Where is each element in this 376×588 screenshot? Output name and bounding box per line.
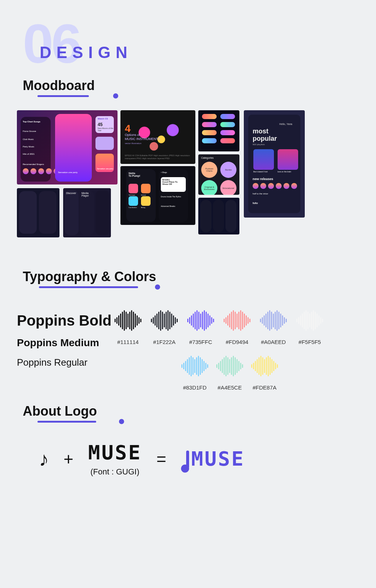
mood-tile-popular-app: Hello, Yana most popular 960 playlists l…: [244, 110, 305, 218]
label: Sensation one party: [97, 168, 113, 170]
waveform-icon: [187, 309, 214, 331]
label: lulu: [253, 201, 258, 205]
hex-label: #735FFC: [189, 339, 212, 345]
mood-tile-music-app: Top Chart Songs Fiona Groove Club Music …: [17, 110, 118, 184]
color-swatches-row2: #83D1FD#A4E5CE#FDE87A: [181, 355, 278, 391]
label: Recomended Singers: [23, 163, 44, 165]
category-chip: Podcast Charts: [201, 162, 217, 178]
label: 45: [98, 122, 102, 127]
label: new releases: [253, 177, 273, 181]
label: Watch CS: [98, 118, 108, 120]
label: Hello, Yana: [279, 123, 292, 125]
waveform-icon: [181, 355, 208, 377]
underline-accent: [39, 286, 138, 288]
label: Sensation one party: [58, 171, 77, 173]
hex-label: #A4E5CE: [218, 384, 242, 391]
waveform-icon: [296, 309, 323, 331]
label: Breaks. Good Place To Show Off: [162, 179, 184, 185]
label: Media Player: [82, 192, 94, 197]
label: Discover: [66, 192, 76, 194]
waveform-icon: [251, 355, 278, 377]
label: like it doesn't hurt: [253, 171, 268, 173]
mood-tile-dark-app-a: [17, 188, 59, 237]
section-title: DESIGN: [40, 43, 133, 62]
label: Fiona Groove: [23, 130, 36, 132]
hex-label: #FD9494: [226, 339, 249, 345]
label: Options ofMUSIC INSTRUMENTSvector illust…: [125, 133, 160, 145]
font-caption: (Font : GUGI): [90, 467, 139, 477]
color-swatch: #A0AEED: [260, 309, 287, 345]
mood-tile-triple-phones: [198, 198, 239, 234]
label: Party Music: [23, 146, 34, 148]
color-swatch: #A4E5CE: [216, 355, 243, 391]
color-swatch: #83D1FD: [181, 355, 208, 391]
music-note-icon: ♪: [39, 448, 49, 470]
mood-tile-categories: Categories Podcast Charts Stories Origin…: [198, 154, 239, 195]
hex-label: #1F222A: [153, 339, 176, 345]
logo-equation: ♪ + MUSE (Font : GUGI) = MUSE: [39, 441, 245, 477]
typography-title: Typography & Colors: [23, 269, 156, 284]
category-chip: Educational: [220, 180, 236, 195]
label: Internal: [141, 194, 146, 196]
label: most popular: [253, 128, 277, 143]
mood-tile-dark-app-b: Discover Media Player: [63, 188, 111, 237]
waveform-icon: [216, 355, 243, 377]
waveform-icon: [224, 309, 250, 331]
font-bold: Poppins Bold: [17, 312, 112, 329]
label: Drums Inside The Rythm: [161, 196, 181, 198]
equals-symbol: =: [156, 449, 166, 469]
color-swatches-row1: #111114#1F222A#735FFC#FD9494#A0AEED#F5F5…: [115, 309, 323, 345]
hex-label: #83D1FD: [183, 384, 206, 391]
waveform-icon: [115, 309, 141, 331]
moodboard-title: Moodboard: [23, 78, 95, 93]
label: Top Chart Songs: [23, 121, 40, 123]
label: < Blogs: [161, 171, 167, 173]
dot-accent: [113, 93, 118, 98]
underline-accent: [37, 95, 89, 97]
label: Club Music: [23, 138, 34, 140]
category-chip: Original & Exclusives: [201, 180, 217, 195]
label: EPS10 AI CS4 Editable PDF High resolutio…: [125, 154, 195, 160]
label: Skills To Pump!: [129, 172, 140, 177]
typography-heading: Typography & Colors: [23, 269, 156, 284]
hex-label: #A0AEED: [261, 339, 286, 345]
font-regular: Poppins Regular: [17, 357, 112, 368]
color-swatch: #F5F5F5: [296, 309, 323, 345]
font-samples: Poppins Bold Poppins Medium Poppins Regu…: [17, 312, 112, 368]
muse-wordmark-black: MUSE: [88, 441, 142, 464]
dot-accent: [119, 419, 124, 424]
underline-accent: [37, 421, 96, 423]
hex-label: #111114: [117, 339, 138, 345]
label: Coordination: [129, 207, 137, 208]
page-header: 06 DESIGN: [23, 16, 80, 71]
label: half to the victor: [253, 193, 268, 195]
mood-tile-instruments-poster: 4 Options ofMUSIC INSTRUMENTSvector illu…: [120, 110, 195, 164]
category-chip: Stories: [220, 162, 236, 178]
label: 960 playlists: [253, 143, 265, 146]
color-swatch: #FDE87A: [251, 355, 278, 391]
color-swatch: #1F222A: [151, 309, 178, 345]
about-logo-heading: About Logo: [23, 404, 97, 419]
color-swatch: #735FFC: [187, 309, 214, 345]
mood-tile-skills-app: Skills To Pump! Technique Internal Coord…: [120, 166, 195, 225]
font-medium: Poppins Medium: [17, 337, 112, 349]
hex-label: #FDE87A: [253, 384, 276, 391]
waveform-icon: [260, 309, 287, 331]
mood-tile-gradients: [198, 110, 239, 151]
label: New Albums of this Year: [98, 127, 114, 132]
moodboard-heading: Moodboard: [23, 78, 95, 93]
label: Technique: [129, 194, 135, 196]
plus-symbol: +: [64, 449, 73, 469]
label: Hits of 2021: [23, 153, 35, 155]
muse-logo-final: MUSE: [181, 447, 245, 470]
label: love on the brain: [278, 171, 291, 173]
about-logo-title: About Logo: [23, 404, 97, 419]
dot-accent: [155, 284, 160, 290]
hex-label: #F5F5F5: [299, 339, 321, 345]
label: Categories: [201, 157, 214, 159]
color-swatch: #111114: [115, 309, 141, 345]
label: Mixing: [141, 207, 145, 208]
waveform-icon: [151, 309, 178, 331]
label: Advanced Breaks: [161, 205, 175, 207]
color-swatch: #FD9494: [224, 309, 250, 345]
